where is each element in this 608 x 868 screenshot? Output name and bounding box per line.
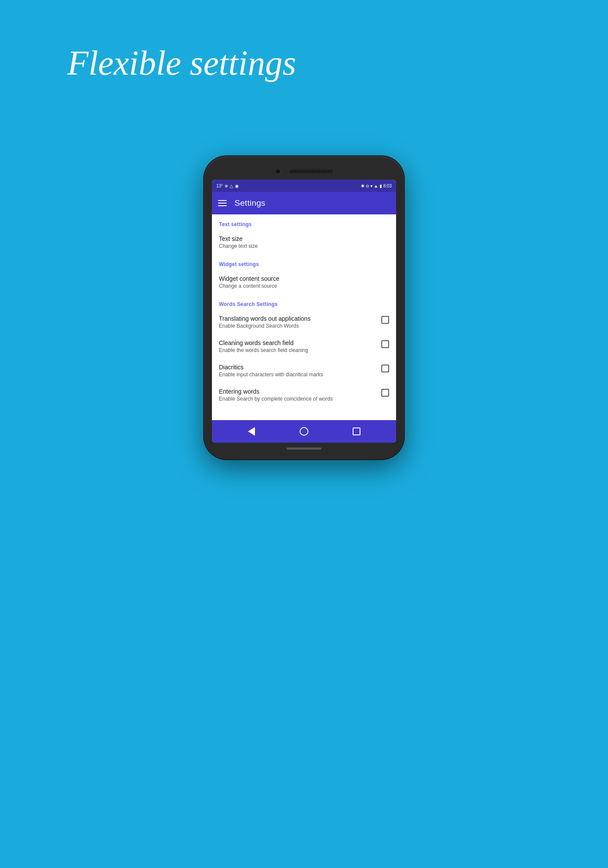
page-title: Flexible settings — [67, 43, 296, 83]
battery-icon: ▮ — [380, 184, 382, 188]
settings-item-cleaning-words-title: Cleaning words search field — [219, 339, 377, 346]
settings-item-text-size-subtitle: Change text size — [219, 243, 389, 249]
phone-top-bar — [212, 164, 396, 180]
settings-item-translating-words-title: Translating words out applications — [219, 315, 377, 322]
menu-line-3 — [218, 205, 227, 206]
settings-item-text-size-text: Text size Change text size — [219, 235, 389, 249]
temperature-text: 13° — [216, 184, 223, 188]
phone-bottom-bar — [212, 443, 396, 451]
section-text-settings: Text settings Text size Change text size — [212, 214, 396, 254]
time-text: 8:03 — [383, 184, 392, 188]
minus-circle-icon: ⊖ — [366, 184, 369, 188]
status-bar-right: ✱ ⊖ ▾ ▲ ▮ 8:03 — [361, 184, 392, 188]
settings-item-entering-words-title: Entering words — [219, 388, 377, 395]
settings-item-entering-words[interactable]: Entering words Enable Search by complete… — [212, 383, 396, 407]
bluetooth-icon: ✱ — [361, 184, 364, 188]
section-header-text-settings: Text settings — [212, 214, 396, 230]
nav-recents-button[interactable] — [349, 424, 364, 439]
home-bar — [287, 447, 321, 450]
menu-line-2 — [218, 203, 227, 204]
settings-item-entering-words-text: Entering words Enable Search by complete… — [219, 388, 377, 402]
phone-shell: 13° ⊕ △ ◉ ✱ ⊖ ▾ ▲ ▮ 8:03 — [204, 156, 404, 459]
checkbox-translating-words[interactable] — [381, 316, 389, 324]
back-icon — [248, 427, 255, 436]
settings-item-widget-content-source-title: Widget content source — [219, 275, 389, 282]
menu-line-1 — [218, 200, 227, 201]
content-spacer — [212, 407, 396, 420]
recents-icon — [353, 427, 360, 435]
settings-item-diacritics-title: Diacritics — [219, 364, 377, 371]
settings-item-cleaning-words-text: Cleaning words search field Enable the w… — [219, 339, 377, 353]
settings-item-cleaning-words[interactable]: Cleaning words search field Enable the w… — [212, 334, 396, 358]
settings-item-entering-words-subtitle: Enable Search by complete coincidence of… — [219, 396, 377, 402]
settings-item-text-size[interactable]: Text size Change text size — [212, 230, 396, 254]
settings-item-diacritics-text: Diacritics Enable input characters with … — [219, 364, 377, 378]
home-icon — [300, 427, 308, 436]
alert-icon: △ — [230, 184, 233, 188]
section-words-search-settings: Words Search Settings Translating words … — [212, 294, 396, 407]
section-header-words-search-settings: Words Search Settings — [212, 294, 396, 310]
settings-item-diacritics[interactable]: Diacritics Enable input characters with … — [212, 358, 396, 383]
checkbox-diacritics[interactable] — [381, 365, 389, 372]
settings-item-widget-content-source[interactable]: Widget content source Change a content s… — [212, 270, 396, 294]
settings-item-widget-content-source-subtitle: Change a content source — [219, 283, 389, 289]
settings-item-widget-content-source-text: Widget content source Change a content s… — [219, 275, 389, 289]
app-bar: Settings — [212, 192, 396, 214]
settings-item-text-size-title: Text size — [219, 235, 389, 242]
signal-icon: ▲ — [374, 184, 378, 188]
status-bar-left: 13° ⊕ △ ◉ — [216, 184, 239, 188]
section-header-widget-settings: Widget settings — [212, 254, 396, 270]
phone-device: 13° ⊕ △ ◉ ✱ ⊖ ▾ ▲ ▮ 8:03 — [204, 156, 404, 459]
settings-item-cleaning-words-subtitle: Enable the words search field cleaning — [219, 347, 377, 353]
settings-item-diacritics-subtitle: Enable input characters with diacritical… — [219, 372, 377, 378]
status-bar: 13° ⊕ △ ◉ ✱ ⊖ ▾ ▲ ▮ 8:03 — [212, 180, 396, 192]
speaker — [290, 170, 333, 173]
checkbox-entering-words[interactable] — [381, 389, 389, 397]
nav-back-button[interactable] — [244, 424, 259, 439]
bottom-nav — [212, 420, 396, 443]
app-bar-title: Settings — [235, 198, 265, 208]
settings-item-translating-words[interactable]: Translating words out applications Enabl… — [212, 310, 396, 334]
nav-icon: ⊕ — [225, 184, 228, 188]
settings-item-translating-words-text: Translating words out applications Enabl… — [219, 315, 377, 329]
notification-icon: ◉ — [235, 184, 239, 188]
section-widget-settings: Widget settings Widget content source Ch… — [212, 254, 396, 294]
settings-item-translating-words-subtitle: Enable Background Search Words — [219, 323, 377, 329]
nav-home-button[interactable] — [296, 424, 312, 439]
settings-content: Text settings Text size Change text size… — [212, 214, 396, 420]
phone-screen: 13° ⊕ △ ◉ ✱ ⊖ ▾ ▲ ▮ 8:03 — [212, 180, 396, 443]
wifi-icon: ▾ — [370, 184, 373, 188]
camera — [275, 168, 281, 174]
menu-button[interactable] — [218, 200, 227, 206]
checkbox-cleaning-words[interactable] — [381, 340, 389, 348]
